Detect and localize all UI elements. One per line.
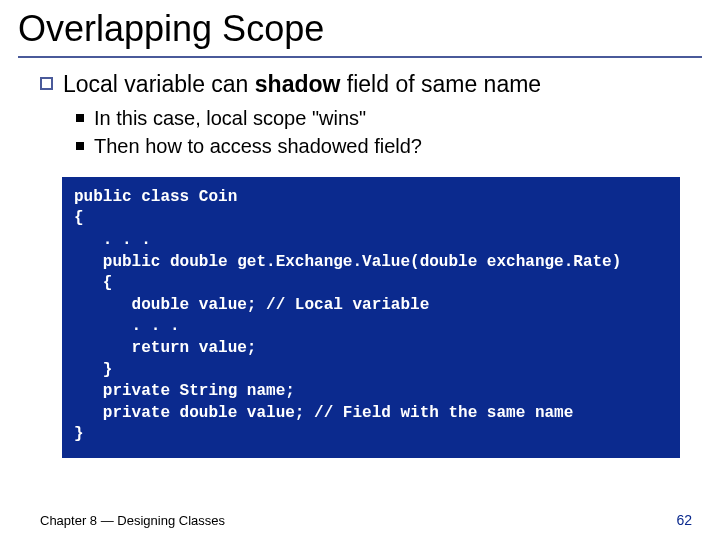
bullet-level2: Then how to access shadowed field? <box>76 133 702 159</box>
dot-bullet-icon <box>76 142 84 150</box>
code-block: public class Coin { . . . public double … <box>62 177 680 458</box>
level2-list: In this case, local scope "wins" Then ho… <box>40 105 702 159</box>
slide-content: Local variable can shadow field of same … <box>18 70 702 458</box>
bullet-level2: In this case, local scope "wins" <box>76 105 702 131</box>
bullet-level1: Local variable can shadow field of same … <box>40 70 702 99</box>
level2-text: In this case, local scope "wins" <box>94 105 366 131</box>
level1-text: Local variable can shadow field of same … <box>63 70 541 99</box>
slide-footer: Chapter 8 — Designing Classes 62 <box>40 512 692 528</box>
text-pre: Local variable can <box>63 71 255 97</box>
footer-chapter: Chapter 8 — Designing Classes <box>40 513 225 528</box>
square-bullet-icon <box>40 77 53 90</box>
level2-text: Then how to access shadowed field? <box>94 133 422 159</box>
page-number: 62 <box>676 512 692 528</box>
slide-title: Overlapping Scope <box>18 8 702 58</box>
dot-bullet-icon <box>76 114 84 122</box>
slide: Overlapping Scope Local variable can sha… <box>0 0 720 540</box>
text-post: field of same name <box>340 71 541 97</box>
text-bold: shadow <box>255 71 341 97</box>
